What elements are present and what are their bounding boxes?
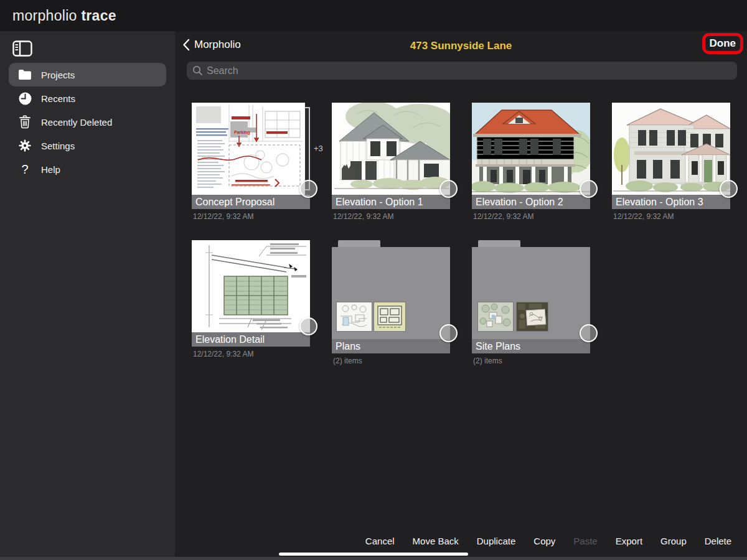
done-button-highlight: Done [702,33,744,54]
paste-button[interactable]: Paste [573,536,597,546]
project-date: 12/12/22, 9:32 AM [472,212,590,221]
project-tile-elevation-option-1[interactable]: Elevation - Option 1 12/12/22, 9:32 AM [332,103,450,221]
selection-circle[interactable] [580,180,598,198]
done-button[interactable]: Done [710,37,736,49]
search-bar[interactable]: Search [187,62,737,80]
sidebar: Projects Recents [0,31,175,560]
project-title: Elevation - Option 1 [332,195,450,209]
search-placeholder: Search [207,65,238,77]
cancel-button[interactable]: Cancel [365,536,395,546]
logo-morpholio: morpholio [12,7,77,24]
project-date: 12/12/22, 9:32 AM [192,212,310,221]
project-item-count: (2) items [472,357,590,365]
app-logo: morpholio trace [12,7,116,24]
app-screen: morpholio trace Projects [0,0,747,560]
folder-tab [478,240,520,247]
sidebar-item-settings[interactable]: Settings [9,134,166,157]
project-thumbnail[interactable] [612,103,730,195]
project-date: 12/12/22, 9:32 AM [332,212,450,221]
selection-circle[interactable] [720,180,738,198]
stack-front-page: Parking [192,103,305,195]
folder-tab [338,240,380,247]
home-indicator[interactable] [279,553,468,556]
duplicate-button[interactable]: Duplicate [477,536,516,546]
selection-circle[interactable] [580,324,598,342]
folder-body [332,247,450,339]
sidebar-toggle-icon [12,40,32,57]
sidebar-item-label: Recents [41,93,75,104]
sidebar-item-recently-deleted[interactable]: Recently Deleted [9,110,166,134]
gear-icon [17,138,32,153]
folder-mini-thumb [517,302,548,331]
folder-body [472,247,590,339]
selection-circle[interactable] [299,180,317,198]
delete-button[interactable]: Delete [705,536,731,546]
project-thumbnail[interactable] [192,240,310,332]
content-header: Morpholio 473 Sunnyside Lane Done [175,31,747,60]
trash-icon [17,114,32,129]
export-button[interactable]: Export [616,536,642,546]
project-date: 12/12/22, 9:32 AM [612,212,730,221]
project-tile-plans-folder[interactable]: Plans (2) items [332,240,450,365]
project-title: Plans [332,339,450,353]
project-date: 12/12/22, 9:32 AM [192,350,310,358]
bottom-edge-strip [0,557,747,560]
copy-button[interactable]: Copy [533,536,555,546]
group-button[interactable]: Group [660,536,687,546]
stack-count-badge: +3 [314,144,323,153]
folder-mini-thumb [337,302,372,331]
sidebar-toggle-button[interactable] [12,39,34,58]
clock-icon [17,91,32,106]
project-title: Elevation - Option 2 [472,195,590,209]
move-back-button[interactable]: Move Back [413,536,459,546]
sidebar-item-help[interactable]: ? Help [9,157,166,181]
logo-trace: trace [81,7,116,24]
page-title: 473 Sunnyside Lane [175,40,747,52]
project-tile-elevation-detail[interactable]: Elevation Detail 12/12/22, 9:32 AM [192,240,310,365]
folder-thumbnail[interactable] [472,240,590,339]
sidebar-item-label: Recently Deleted [41,117,112,128]
sidebar-item-label: Help [41,164,60,175]
project-thumbnail[interactable] [472,103,590,195]
sidebar-item-label: Projects [41,70,75,80]
search-icon [192,65,203,76]
sidebar-item-projects[interactable]: Projects [9,63,166,86]
folder-mini-thumb [374,302,405,331]
folder-thumbnail[interactable] [332,240,450,339]
project-thumbnail[interactable]: Parking [192,103,310,195]
content-area: Morpholio 473 Sunnyside Lane Done Search [175,31,747,560]
project-thumbnail[interactable] [332,103,450,195]
selection-circle[interactable] [439,180,458,198]
project-title: Elevation Detail [192,332,310,347]
sidebar-item-label: Settings [41,141,75,151]
top-bar: morpholio trace [0,0,747,31]
project-item-count: (2) items [332,357,450,365]
project-title: Site Plans [472,339,590,353]
sidebar-item-recents[interactable]: Recents [9,86,166,110]
folder-icon [17,67,32,82]
project-title: Elevation - Option 3 [612,195,730,209]
project-tile-concept-proposal[interactable]: Parking [192,103,310,221]
project-title: Concept Proposal [192,195,310,209]
project-tile-elevation-option-3[interactable]: Elevation - Option 3 12/12/22, 9:32 AM [612,103,730,221]
project-tile-elevation-option-2[interactable]: Elevation - Option 2 12/12/22, 9:32 AM [472,103,590,221]
thumb-annotation-parking: Parking [234,130,250,135]
selection-circle[interactable] [439,324,458,342]
question-icon: ? [17,162,32,177]
project-tile-site-plans-folder[interactable]: Site Plans (2) items [472,240,590,365]
project-grid: Parking [192,103,740,365]
folder-mini-thumb [478,302,513,331]
selection-circle[interactable] [299,317,317,335]
edit-toolbar: Cancel Move Back Duplicate Copy Paste Ex… [350,536,747,546]
